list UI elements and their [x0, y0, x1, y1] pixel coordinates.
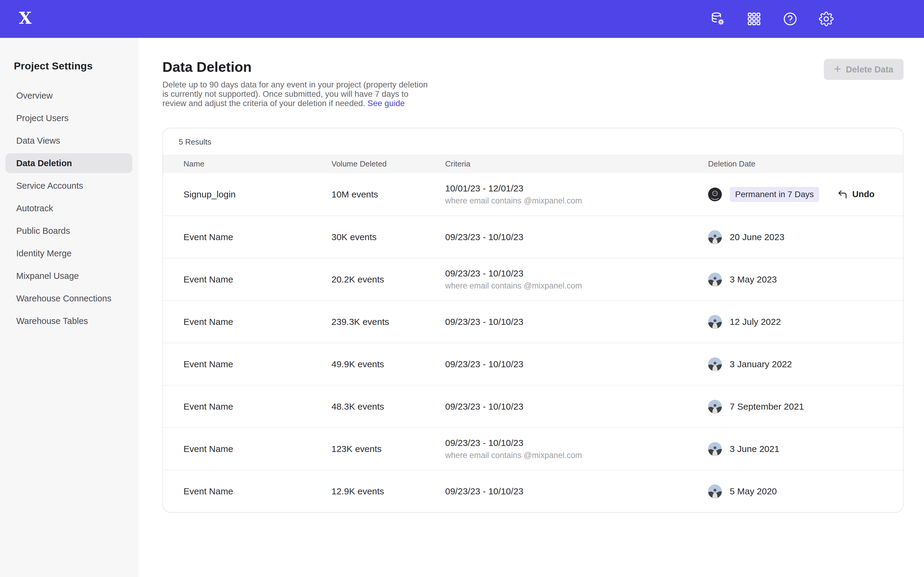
- sidebar-item-data-views[interactable]: Data Views: [5, 131, 132, 151]
- user-avatar: [708, 400, 722, 414]
- page-header: Data Deletion Delete up to 90 days data …: [162, 59, 903, 108]
- sidebar-title: Project Settings: [14, 60, 138, 72]
- sidebar: Project Settings Overview Project Users …: [0, 38, 138, 577]
- table-row: Event Name 12.9K events 09/23/23 - 10/10…: [163, 470, 903, 512]
- row-name: Signup_login: [184, 189, 331, 200]
- row-deletion-date: 7 September 2021: [708, 400, 903, 414]
- mixpanel-logo[interactable]: X: [16, 9, 35, 29]
- undo-label: Undo: [852, 189, 874, 199]
- row-name: Event Name: [184, 444, 331, 454]
- row-criteria-filter: where email contains @mixpanel.com: [445, 451, 708, 460]
- row-criteria: 09/23/23 - 10/10/23 where email contains…: [445, 268, 708, 291]
- row-volume: 123K events: [331, 444, 445, 454]
- undo-button[interactable]: Undo: [837, 189, 874, 200]
- delete-data-button[interactable]: + Delete Data: [824, 59, 903, 80]
- row-volume: 20.2K events: [331, 274, 445, 285]
- sidebar-item-public-boards[interactable]: Public Boards: [5, 221, 132, 241]
- deletions-table-card: 5 Results Name Volume Deleted Criteria D…: [162, 128, 903, 513]
- user-avatar: [708, 187, 722, 201]
- row-criteria: 09/23/23 - 10/10/23: [445, 317, 708, 327]
- settings-icon[interactable]: [819, 11, 834, 26]
- deletion-date-text: 20 June 2023: [730, 232, 784, 242]
- row-deletion-date: Permanent in 7 Days Undo: [708, 187, 903, 202]
- sidebar-item-identity-merge[interactable]: Identity Merge: [5, 243, 132, 263]
- row-name: Event Name: [184, 486, 331, 496]
- row-deletion-date: 3 June 2021: [708, 442, 903, 456]
- topbar: X: [0, 0, 924, 38]
- table-row: Event Name 30K events 09/23/23 - 10/10/2…: [163, 216, 903, 258]
- sidebar-item-label: Data Deletion: [16, 158, 72, 168]
- table-header-row: Name Volume Deleted Criteria Deletion Da…: [163, 155, 903, 173]
- row-criteria: 09/23/23 - 10/10/23: [445, 486, 708, 496]
- row-name: Event Name: [184, 401, 331, 412]
- row-volume: 12.9K events: [331, 486, 445, 496]
- user-avatar: [708, 484, 722, 498]
- apps-grid-icon[interactable]: [746, 11, 762, 26]
- row-criteria: 09/23/23 - 10/10/23: [445, 232, 708, 242]
- sidebar-item-label: Data Views: [16, 136, 60, 146]
- deletion-date-text: 3 January 2022: [730, 359, 792, 369]
- table-row: Event Name 123K events 09/23/23 - 10/10/…: [163, 427, 903, 470]
- sidebar-item-label: Overview: [16, 91, 53, 101]
- row-criteria-range: 09/23/23 - 10/10/23: [445, 268, 708, 279]
- permanent-badge: Permanent in 7 Days: [730, 187, 819, 202]
- sidebar-item-label: Service Accounts: [16, 181, 83, 191]
- row-criteria: 09/23/23 - 10/10/23 where email contains…: [445, 438, 708, 460]
- deletion-date-text: 3 June 2021: [730, 444, 779, 454]
- row-name: Event Name: [184, 274, 331, 285]
- user-avatar: [708, 442, 722, 456]
- row-criteria-range: 09/23/23 - 10/10/23: [445, 486, 708, 496]
- sidebar-item-mixpanel-usage[interactable]: Mixpanel Usage: [5, 266, 132, 286]
- row-deletion-date: 20 June 2023: [708, 230, 903, 244]
- deletion-date-text: 3 May 2023: [730, 274, 777, 285]
- row-deletion-date: 3 May 2023: [708, 272, 903, 286]
- row-criteria-range: 09/23/23 - 10/10/23: [445, 232, 708, 242]
- deletion-date-text: 5 May 2020: [730, 486, 777, 496]
- topbar-icons: [711, 11, 834, 26]
- sidebar-item-service-accounts[interactable]: Service Accounts: [5, 176, 132, 196]
- table-row: Event Name 239.3K events 09/23/23 - 10/1…: [163, 300, 903, 343]
- row-criteria-range: 09/23/23 - 10/10/23: [445, 317, 708, 327]
- row-volume: 10M events: [331, 189, 445, 200]
- data-management-icon[interactable]: [711, 11, 725, 26]
- sidebar-item-warehouse-tables[interactable]: Warehouse Tables: [5, 311, 132, 331]
- sidebar-item-label: Warehouse Connections: [16, 293, 111, 303]
- table-row: Event Name 49.9K events 09/23/23 - 10/10…: [163, 343, 903, 385]
- deletion-date-text: 12 July 2022: [730, 317, 781, 327]
- help-icon[interactable]: [783, 11, 798, 26]
- results-count: 5 Results: [163, 128, 903, 155]
- row-deletion-date: 12 July 2022: [708, 315, 903, 329]
- sidebar-item-label: Autotrack: [16, 203, 53, 213]
- row-deletion-date: 3 January 2022: [708, 357, 903, 371]
- row-volume: 49.9K events: [331, 359, 445, 369]
- row-criteria-range: 09/23/23 - 10/10/23: [445, 359, 708, 369]
- sidebar-item-autotrack[interactable]: Autotrack: [5, 198, 132, 218]
- see-guide-link[interactable]: See guide: [368, 98, 405, 108]
- column-header-criteria: Criteria: [445, 159, 708, 169]
- column-header-deletion-date: Deletion Date: [708, 159, 903, 169]
- sidebar-item-label: Public Boards: [16, 226, 70, 236]
- undo-icon: [837, 189, 848, 200]
- column-header-volume-deleted: Volume Deleted: [331, 159, 445, 169]
- sidebar-item-data-deletion[interactable]: Data Deletion: [5, 153, 132, 173]
- sidebar-item-label: Identity Merge: [16, 248, 71, 258]
- svg-text:X: X: [19, 9, 32, 27]
- delete-data-label: Delete Data: [846, 64, 893, 74]
- sidebar-item-warehouse-connections[interactable]: Warehouse Connections: [5, 288, 132, 308]
- user-avatar: [708, 357, 722, 371]
- sidebar-nav: Overview Project Users Data Views Data D…: [0, 85, 138, 334]
- table-row: Event Name 20.2K events 09/23/23 - 10/10…: [163, 258, 903, 300]
- sidebar-item-overview[interactable]: Overview: [5, 85, 132, 105]
- row-criteria: 09/23/23 - 10/10/23: [445, 401, 708, 412]
- plus-icon: +: [834, 63, 841, 75]
- row-name: Event Name: [184, 359, 331, 369]
- sidebar-item-project-users[interactable]: Project Users: [5, 108, 132, 128]
- row-name: Event Name: [184, 317, 331, 327]
- row-volume: 30K events: [331, 232, 445, 242]
- user-avatar: [708, 272, 722, 286]
- table-body: Signup_login 10M events 10/01/23 - 12/01…: [163, 173, 903, 512]
- row-criteria-range: 10/01/23 - 12/01/23: [445, 183, 708, 193]
- sidebar-item-label: Mixpanel Usage: [16, 271, 79, 281]
- table-row: Event Name 48.3K events 09/23/23 - 10/10…: [163, 385, 903, 427]
- page-title: Data Deletion: [162, 59, 903, 75]
